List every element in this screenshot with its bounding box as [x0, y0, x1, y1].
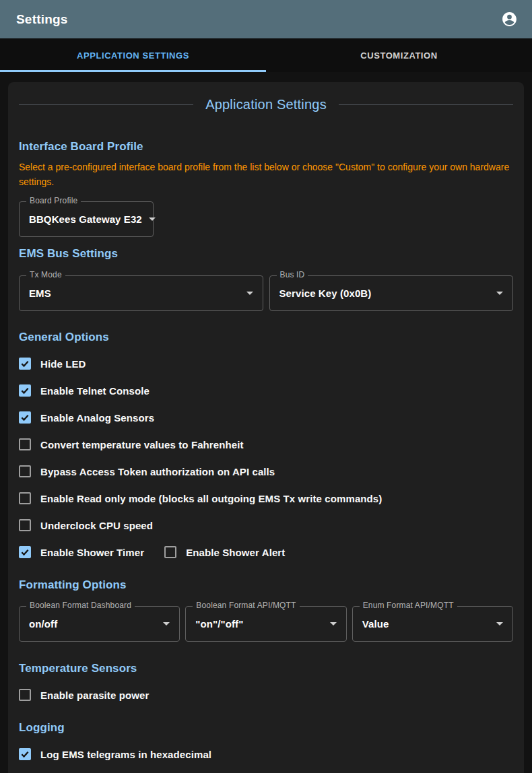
- checkbox-telnet[interactable]: [19, 384, 31, 397]
- checkbox-shower-alert[interactable]: [164, 546, 176, 558]
- dropdown-arrow-icon: [330, 622, 337, 626]
- dropdown-arrow-icon: [163, 622, 170, 626]
- checkbox-row-log-hex[interactable]: Log EMS telegrams in hexadecimal: [19, 741, 513, 768]
- select-bus-id-value: Service Key (0x0B): [279, 288, 490, 299]
- tab-customization[interactable]: CUSTOMIZATION: [266, 38, 532, 72]
- check-icon: [20, 749, 30, 759]
- temperature-options-list: Enable parasite power: [19, 681, 513, 708]
- checkbox-read-only[interactable]: [19, 492, 31, 504]
- check-icon: [20, 386, 30, 395]
- check-icon: [20, 547, 30, 557]
- checkbox-label: Convert temperature values to Fahrenheit: [40, 439, 244, 450]
- account-circle-icon: [501, 11, 518, 28]
- checkbox-label: Enable Shower Timer: [40, 547, 144, 558]
- checkbox-log-hex[interactable]: [19, 748, 31, 760]
- check-icon: [20, 413, 30, 422]
- section-heading-ems-bus: EMS Bus Settings: [19, 246, 513, 261]
- checkbox-analog-sensors[interactable]: [19, 411, 31, 424]
- section-heading-formatting: Formatting Options: [19, 578, 513, 593]
- select-boolean-format-dashboard[interactable]: Boolean Format Dashboard on/off: [19, 606, 180, 642]
- select-tx-mode-value: EMS: [29, 288, 240, 299]
- checkbox-row-hide-led[interactable]: Hide LED: [19, 350, 513, 377]
- select-boolean-format-api-value: "on"/"off": [195, 618, 323, 630]
- checkbox-label: Enable Analog Sensors: [40, 412, 154, 424]
- checkbox-row-shower-timer[interactable]: Enable Shower Timer: [19, 539, 144, 566]
- checkbox-hide-led[interactable]: [19, 358, 31, 370]
- logging-options-list: Log EMS telegrams in hexadecimal Enable …: [19, 741, 513, 773]
- checkbox-row-analog-sensors[interactable]: Enable Analog Sensors: [19, 404, 513, 431]
- divider-line: [339, 104, 513, 105]
- select-board-profile[interactable]: Board Profile BBQKees Gateway E32: [19, 201, 154, 237]
- card-title-divider: Application Settings: [19, 97, 513, 112]
- checkbox-row-parasite-power[interactable]: Enable parasite power: [19, 681, 513, 708]
- checkbox-bypass-token[interactable]: [19, 465, 31, 477]
- interface-board-description: Select a pre-configured interface board …: [19, 160, 513, 189]
- checkbox-row-fahrenheit[interactable]: Convert temperature values to Fahrenheit: [19, 431, 513, 458]
- checkbox-label: Enable parasite power: [40, 690, 149, 701]
- shower-options-row: Enable Shower Timer Enable Shower Alert: [19, 539, 513, 566]
- select-enum-format-api-value: Value: [362, 618, 490, 630]
- checkbox-label: Bypass Access Token authorization on API…: [40, 466, 275, 477]
- select-boolean-format-dashboard-label: Boolean Format Dashboard: [26, 601, 135, 610]
- tab-application-settings[interactable]: APPLICATION SETTINGS: [0, 38, 266, 72]
- tab-bar: APPLICATION SETTINGS CUSTOMIZATION: [0, 38, 532, 72]
- app-bar: Settings: [0, 0, 532, 38]
- dropdown-arrow-icon: [149, 217, 156, 221]
- checkbox-label: Hide LED: [40, 358, 86, 370]
- checkbox-row-shower-alert[interactable]: Enable Shower Alert: [164, 539, 285, 566]
- select-tx-mode[interactable]: Tx Mode EMS: [19, 275, 263, 311]
- checkbox-row-syslog[interactable]: Enable Syslog: [19, 768, 513, 773]
- settings-card: Application Settings Interface Board Pro…: [8, 82, 524, 773]
- checkbox-label: Enable Read only mode (blocks all outgoi…: [40, 493, 382, 504]
- divider-line: [19, 104, 193, 105]
- checkbox-label: Log EMS telegrams in hexadecimal: [40, 749, 211, 760]
- select-enum-format-api-label: Enum Format API/MQTT: [360, 601, 457, 610]
- page-title: Settings: [16, 12, 500, 27]
- select-boolean-format-api[interactable]: Boolean Format API/MQTT "on"/"off": [185, 606, 346, 642]
- section-heading-logging: Logging: [19, 720, 513, 735]
- select-board-profile-label: Board Profile: [26, 196, 81, 205]
- select-bus-id[interactable]: Bus ID Service Key (0x0B): [269, 275, 514, 311]
- select-bus-id-label: Bus ID: [277, 270, 308, 279]
- checkbox-label: Enable Shower Alert: [186, 547, 285, 558]
- select-boolean-format-api-label: Boolean Format API/MQTT: [193, 601, 299, 610]
- checkbox-row-telnet[interactable]: Enable Telnet Console: [19, 377, 513, 404]
- select-boolean-format-dashboard-value: on/off: [29, 618, 156, 630]
- section-heading-general: General Options: [19, 330, 513, 345]
- check-icon: [20, 359, 30, 368]
- select-board-profile-value: BBQKees Gateway E32: [29, 213, 142, 225]
- select-tx-mode-label: Tx Mode: [26, 270, 65, 279]
- checkbox-parasite-power[interactable]: [19, 689, 31, 701]
- card-title: Application Settings: [205, 97, 327, 112]
- checkbox-row-bypass-token[interactable]: Bypass Access Token authorization on API…: [19, 458, 513, 485]
- dropdown-arrow-icon: [496, 622, 503, 626]
- checkbox-row-read-only[interactable]: Enable Read only mode (blocks all outgoi…: [19, 485, 513, 512]
- checkbox-fahrenheit[interactable]: [19, 438, 31, 450]
- checkbox-shower-timer[interactable]: [19, 546, 31, 558]
- account-button[interactable]: [500, 11, 518, 28]
- checkbox-underclock[interactable]: [19, 519, 31, 531]
- checkbox-label: Enable Telnet Console: [40, 385, 149, 397]
- ems-bus-select-row: Tx Mode EMS Bus ID Service Key (0x0B): [19, 275, 513, 311]
- checkbox-row-underclock[interactable]: Underclock CPU speed: [19, 512, 513, 539]
- section-heading-temperature: Temperature Sensors: [19, 661, 513, 676]
- section-heading-interface-board: Interface Board Profile: [19, 139, 513, 154]
- select-enum-format-api[interactable]: Enum Format API/MQTT Value: [352, 606, 513, 642]
- formatting-select-row: Boolean Format Dashboard on/off Boolean …: [19, 606, 513, 642]
- dropdown-arrow-icon: [246, 292, 253, 295]
- general-options-list: Hide LED Enable Telnet Console Enable An…: [19, 350, 513, 566]
- checkbox-label: Underclock CPU speed: [40, 520, 153, 531]
- dropdown-arrow-icon: [496, 292, 503, 295]
